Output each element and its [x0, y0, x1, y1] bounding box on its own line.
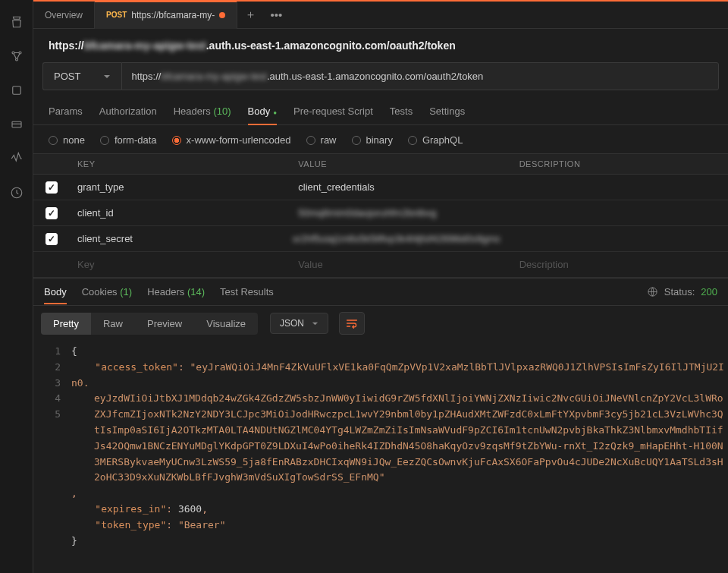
radio-graphql[interactable]: GraphQL: [408, 134, 463, 146]
method-select[interactable]: POST: [42, 62, 121, 90]
kv-row[interactable]: ✓ grant_type client_credentials: [33, 175, 728, 200]
svg-rect-4: [12, 121, 21, 128]
tab-label: https://bfcamara-my-: [131, 10, 215, 20]
fmt-pretty[interactable]: Pretty: [41, 313, 91, 335]
resp-tab-tests[interactable]: Test Results: [220, 280, 274, 304]
tab-authorization[interactable]: Authorization: [99, 101, 157, 124]
url-input-prefix: https://: [131, 71, 161, 82]
kv-desc-placeholder[interactable]: Description: [507, 259, 728, 270]
fmt-visualize[interactable]: Visualize: [194, 313, 258, 335]
row-checkbox[interactable]: ✓: [46, 207, 58, 219]
main-panel: Overview POST https://bfcamara-my- ＋ •••…: [33, 0, 728, 573]
resp-tab-cookies[interactable]: Cookies (1): [82, 280, 132, 304]
radio-none[interactable]: none: [49, 134, 85, 146]
method-url-row: POST https://bfcamara-my-apigw-test.auth…: [33, 62, 728, 101]
svg-point-1: [19, 52, 21, 54]
tab-settings[interactable]: Settings: [429, 101, 465, 124]
kv-key-placeholder[interactable]: Key: [65, 259, 286, 270]
tab-overview[interactable]: Overview: [33, 2, 95, 29]
response-body[interactable]: 1 2 3 4 5 { "access_token": "eyJraWQiOiJ…: [33, 341, 728, 552]
url-input[interactable]: https://bfcamara-my-apigw-test.auth.us-e…: [121, 62, 719, 90]
kv-row[interactable]: ✓ client_id 50mq8mim0daojoruhfm2bnlbvg: [33, 200, 728, 226]
radio-binary[interactable]: binary: [352, 134, 393, 146]
left-sidebar: [0, 0, 33, 573]
request-section-tabs: Params Authorization Headers (10) Body● …: [33, 101, 728, 125]
resp-tab-body[interactable]: Body: [44, 280, 67, 304]
resp-headers-count: (14): [187, 286, 205, 298]
kv-header: KEY VALUE DESCRIPTION: [33, 153, 728, 175]
tab-prerequest[interactable]: Pre-request Script: [293, 101, 373, 124]
fmt-preview[interactable]: Preview: [135, 313, 194, 335]
tab-method-badge: POST: [106, 11, 127, 19]
status-label: Status:: [664, 286, 695, 298]
kv-value[interactable]: client_credentials: [286, 181, 507, 193]
col-description: DESCRIPTION: [507, 159, 728, 168]
kv-key[interactable]: client_secret: [65, 233, 281, 244]
tab-params[interactable]: Params: [49, 101, 83, 124]
col-key: KEY: [65, 159, 286, 168]
format-buttons: Pretty Raw Preview Visualize: [41, 313, 258, 335]
url-input-blurred: bfcamara-my-apigw-test: [161, 71, 266, 82]
request-title: https://bfcamara-my-apigw-test.auth.us-e…: [33, 29, 728, 62]
tab-request-active[interactable]: POST https://bfcamara-my-: [95, 2, 237, 29]
headers-count: (10): [213, 105, 231, 117]
mock-icon[interactable]: [10, 118, 24, 134]
kv-row[interactable]: ✓ client_secret sr2hf5uiaj1m6s5k5liflvp3…: [33, 226, 728, 252]
unsaved-dot-icon: [219, 12, 225, 18]
kv-value-blurred[interactable]: sr2hf5uiaj1m6s5k5liflvp3k4l4jfof4269tlid…: [293, 233, 501, 244]
tab-label: Overview: [45, 10, 83, 20]
cookies-count: (1): [120, 286, 132, 298]
svg-rect-3: [12, 87, 20, 95]
line-gutter: 1 2 3 4 5: [33, 344, 71, 549]
kv-key[interactable]: client_id: [65, 207, 286, 219]
apis-icon[interactable]: [10, 49, 24, 65]
col-value: VALUE: [286, 159, 507, 168]
radio-formdata[interactable]: form-data: [100, 134, 157, 146]
chevron-down-icon: [312, 320, 318, 327]
row-checkbox[interactable]: ✓: [46, 233, 58, 245]
language-select[interactable]: JSON: [270, 313, 328, 334]
wrap-icon: [346, 318, 358, 329]
globe-icon[interactable]: [647, 286, 658, 298]
history-icon[interactable]: [10, 186, 24, 202]
tab-body[interactable]: Body●: [248, 101, 277, 124]
kv-value-blurred[interactable]: 50mq8mim0daojoruhfm2bnlbvg: [298, 207, 436, 219]
row-checkbox[interactable]: ✓: [46, 181, 58, 194]
fmt-raw[interactable]: Raw: [91, 313, 135, 335]
kv-row-new[interactable]: Key Value Description: [33, 252, 728, 278]
tab-headers[interactable]: Headers (10): [174, 101, 231, 124]
chevron-down-icon: [103, 73, 111, 80]
kv-value-placeholder[interactable]: Value: [286, 259, 507, 270]
svg-point-0: [12, 52, 14, 54]
code-content[interactable]: { "access_token": "eyJraWQiOiJ4MnF4ZkVuU…: [71, 344, 728, 549]
radio-xwww[interactable]: x-www-form-urlencoded: [172, 134, 291, 146]
response-panel: Body Cookies (1) Headers (14) Test Resul…: [33, 278, 728, 573]
environments-icon[interactable]: [10, 83, 24, 99]
kv-key[interactable]: grant_type: [65, 181, 286, 193]
tab-strip: Overview POST https://bfcamara-my- ＋ •••: [33, 2, 728, 29]
status-area: Status: 200: [647, 286, 717, 298]
collections-icon[interactable]: [10, 15, 24, 31]
radio-raw[interactable]: raw: [306, 134, 337, 146]
resp-tab-headers[interactable]: Headers (14): [147, 280, 205, 304]
wrap-lines-button[interactable]: [339, 312, 365, 335]
response-tabs: Body Cookies (1) Headers (14) Test Resul…: [33, 279, 728, 306]
monitors-icon[interactable]: [10, 152, 24, 168]
new-tab-button[interactable]: ＋: [237, 2, 263, 29]
svg-point-2: [15, 58, 17, 61]
format-row: Pretty Raw Preview Visualize JSON: [33, 306, 728, 341]
url-suffix: .auth.us-east-1.amazoncognito.com/oauth2…: [206, 39, 456, 52]
body-type-row: none form-data x-www-form-urlencoded raw…: [33, 125, 728, 153]
url-input-suffix: .auth.us-east-1.amazoncognito.com/oauth2…: [267, 71, 483, 82]
status-code: 200: [701, 286, 717, 298]
tab-options-button[interactable]: •••: [263, 2, 289, 29]
url-prefix: https://: [49, 39, 84, 52]
method-value: POST: [54, 71, 80, 82]
tab-tests[interactable]: Tests: [390, 101, 413, 124]
url-blurred: bfcamara-my-apigw-test: [84, 39, 206, 52]
body-active-dot-icon: ●: [273, 109, 277, 116]
